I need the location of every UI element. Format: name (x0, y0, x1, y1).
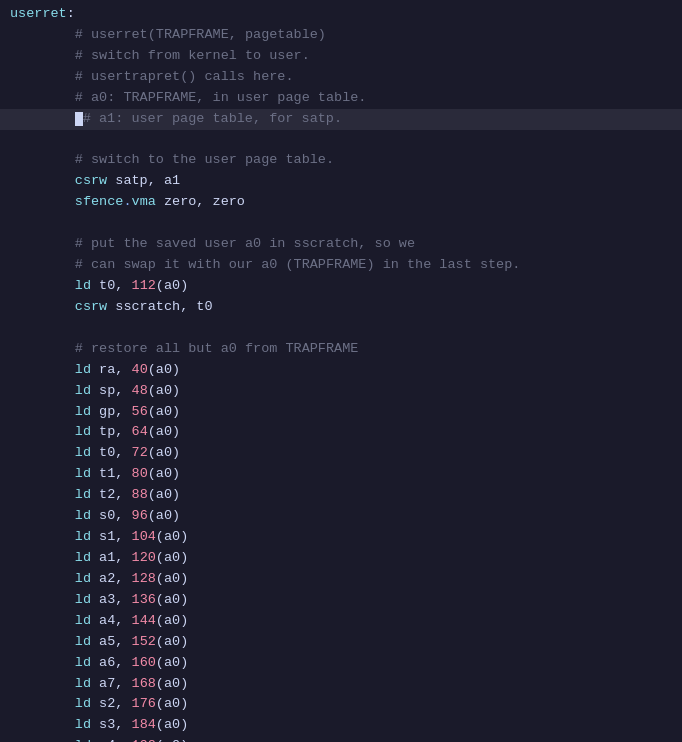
code-line-14: ld t0, 112(a0) (0, 276, 682, 297)
code-line-36: ld s4, 192(a0) (0, 736, 682, 742)
code-line-30: ld a4, 144(a0) (0, 611, 682, 632)
code-line-7 (0, 130, 682, 151)
code-line-2: # userret(TRAPFRAME, pagetable) (0, 25, 682, 46)
code-line-29: ld a3, 136(a0) (0, 590, 682, 611)
code-line-8: # switch to the user page table. (0, 150, 682, 171)
code-line-24: ld t2, 88(a0) (0, 485, 682, 506)
code-editor: userret: # userret(TRAPFRAME, pagetable)… (0, 0, 682, 742)
code-line-9: csrw satp, a1 (0, 171, 682, 192)
code-line-15: csrw sscratch, t0 (0, 297, 682, 318)
code-line-35: ld s3, 184(a0) (0, 715, 682, 736)
label-userret: userret (10, 6, 67, 21)
code-line-33: ld a7, 168(a0) (0, 674, 682, 695)
code-line-25: ld s0, 96(a0) (0, 506, 682, 527)
code-line-16 (0, 318, 682, 339)
code-line-23: ld t1, 80(a0) (0, 464, 682, 485)
code-line-28: ld a2, 128(a0) (0, 569, 682, 590)
code-line-13: # can swap it with our a0 (TRAPFRAME) in… (0, 255, 682, 276)
code-line-11 (0, 213, 682, 234)
code-line-22: ld t0, 72(a0) (0, 443, 682, 464)
code-line-4: # usertrapret() calls here. (0, 67, 682, 88)
code-line-10: sfence.vma zero, zero (0, 192, 682, 213)
code-line-18: ld ra, 40(a0) (0, 360, 682, 381)
code-line-12: # put the saved user a0 in sscratch, so … (0, 234, 682, 255)
code-line-21: ld tp, 64(a0) (0, 422, 682, 443)
cursor-block (75, 112, 83, 126)
code-line-27: ld a1, 120(a0) (0, 548, 682, 569)
code-line-17: # restore all but a0 from TRAPFRAME (0, 339, 682, 360)
code-line-19: ld sp, 48(a0) (0, 381, 682, 402)
code-line-5: # a0: TRAPFRAME, in user page table. (0, 88, 682, 109)
code-line-31: ld a5, 152(a0) (0, 632, 682, 653)
code-line-32: ld a6, 160(a0) (0, 653, 682, 674)
code-line-34: ld s2, 176(a0) (0, 694, 682, 715)
code-line-20: ld gp, 56(a0) (0, 402, 682, 423)
code-line-26: ld s1, 104(a0) (0, 527, 682, 548)
code-line-3: # switch from kernel to user. (0, 46, 682, 67)
code-line-6: # a1: user page table, for satp. (0, 109, 682, 130)
code-line-1: userret: (0, 4, 682, 25)
